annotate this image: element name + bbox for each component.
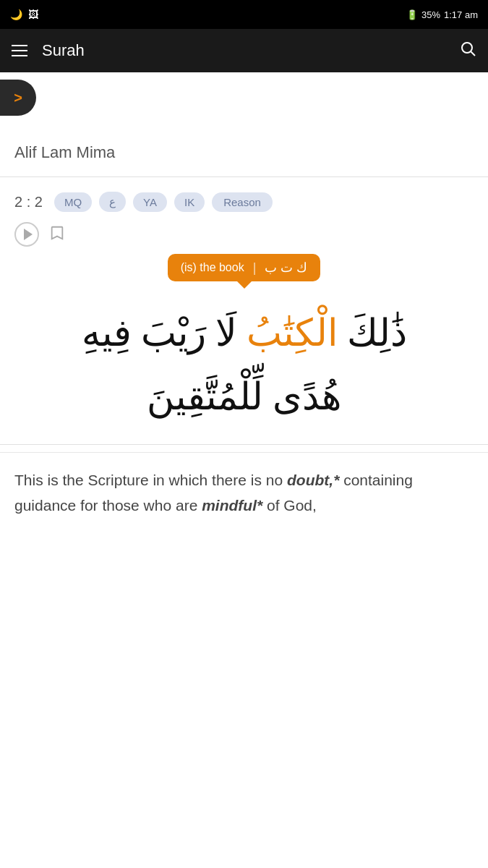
side-tab[interactable]: > <box>0 80 36 116</box>
tooltip-english: (is) the book <box>181 261 244 274</box>
tag-ain[interactable]: ع <box>99 192 126 212</box>
moon-icon: 🌙 <box>10 9 22 20</box>
tooltip-area: ك ت ب | (is) the book <box>14 254 474 281</box>
tag-ik[interactable]: IK <box>174 192 205 212</box>
arabic-line-2: هُدًى لِّلْمُتَّقِينَ <box>147 376 341 417</box>
time-display: 1:17 am <box>444 9 478 20</box>
arabic-highlighted-part[interactable]: الْكِتَٰبُ <box>247 312 338 354</box>
verse-area: 2 : 2 MQ ع YA IK Reason ك ت ب | (is) the… <box>0 177 488 444</box>
svg-point-0 <box>462 43 472 53</box>
arabic-part-2: لَا رَيْبَ فِيهِ <box>82 312 247 354</box>
arabic-part-1: ذَٰلِكَ <box>338 312 407 354</box>
translation-text: This is the Scripture in which there is … <box>14 467 474 519</box>
controls-row <box>14 222 474 247</box>
chevron-right-icon: > <box>14 90 22 106</box>
divider-bottom <box>0 444 488 445</box>
tag-ya[interactable]: YA <box>133 192 167 212</box>
word-tooltip[interactable]: ك ت ب | (is) the book <box>168 254 321 281</box>
image-icon: 🖼 <box>28 9 38 20</box>
translation-area: This is the Scripture in which there is … <box>0 452 488 533</box>
app-title: Surah <box>42 41 459 60</box>
surah-name-area: Alif Lam Mima <box>0 137 488 176</box>
verse-header: 2 : 2 MQ ع YA IK Reason <box>14 192 474 212</box>
tooltip-arabic: ك ت ب <box>265 260 307 276</box>
status-right-icons: 🔋 35% 1:17 am <box>406 9 478 20</box>
tag-reason[interactable]: Reason <box>212 192 273 212</box>
battery-level: 35% <box>421 9 440 20</box>
hamburger-menu[interactable] <box>12 45 27 56</box>
svg-line-1 <box>471 52 476 56</box>
battery-icon: 🔋 <box>406 9 418 20</box>
app-bar: Surah <box>0 29 488 72</box>
tag-mq[interactable]: MQ <box>54 192 92 212</box>
play-button[interactable] <box>14 222 39 247</box>
search-button[interactable] <box>459 40 476 61</box>
verse-number: 2 : 2 <box>14 194 43 210</box>
arabic-verse: ذَٰلِكَ الْكِتَٰبُ لَا رَيْبَ فِيهِ هُدً… <box>14 287 474 444</box>
tooltip-pipe: | <box>253 260 257 276</box>
play-icon <box>24 229 33 240</box>
side-tab-area: > <box>0 72 488 137</box>
bookmark-button[interactable] <box>49 225 65 244</box>
status-bar: 🌙 🖼 🔋 35% 1:17 am <box>0 0 488 29</box>
status-left-icons: 🌙 🖼 <box>10 9 38 20</box>
surah-name: Alif Lam Mima <box>14 143 115 161</box>
